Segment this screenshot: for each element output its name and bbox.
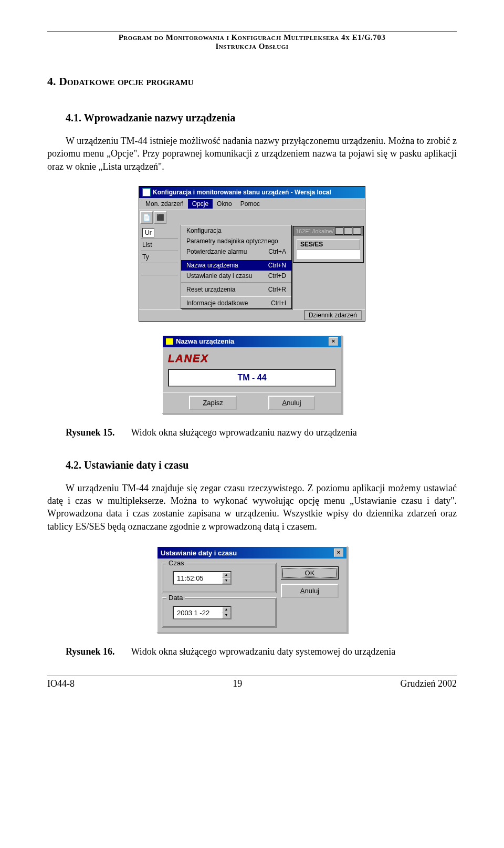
- close-icon[interactable]: ×: [329, 337, 338, 346]
- toolbar-btn-1[interactable]: 📄: [140, 211, 153, 224]
- device-name-input[interactable]: [168, 369, 336, 387]
- left-ty: Ty: [141, 251, 178, 263]
- caption2-text: Widok okna służącego wprowadzaniu daty s…: [131, 646, 396, 657]
- left-blank: [141, 263, 178, 275]
- footer-center: 19: [233, 678, 242, 689]
- sub2-para: W urządzeniu TM-44 znajduje się zegar cz…: [47, 482, 457, 533]
- header-line2: Instrukcja Obsługi: [47, 42, 457, 51]
- max-icon[interactable]: [344, 227, 352, 235]
- left-list: List: [141, 239, 178, 251]
- group-czas: Czas: [166, 559, 186, 567]
- dd-nazwa[interactable]: Nazwa urządzeniaCtrl+N: [181, 260, 291, 271]
- header-line1: Program do Monitorowania i Konfiguracji …: [47, 33, 457, 42]
- section-title: 4. Dodatkowe opcje programu: [47, 75, 457, 88]
- menu-opcje[interactable]: Opcje: [188, 199, 213, 209]
- dialog-icon: [166, 338, 173, 345]
- date-input[interactable]: ▲▼: [173, 606, 232, 619]
- dd-info[interactable]: Informacje dodatkoweCtrl+I: [181, 298, 291, 308]
- dd-reset[interactable]: Reset urządzeniaCtrl+R: [181, 284, 291, 295]
- dd-ustawianie[interactable]: Ustawianie daty i czasuCtrl+D: [181, 271, 291, 281]
- dialog-title: Ustawianie daty i czasu: [161, 549, 237, 557]
- spin-up[interactable]: ▲: [222, 572, 230, 578]
- dialog-title: Nazwa urządzenia: [176, 337, 234, 345]
- inner-title: 162E] /lokalne/: [296, 228, 334, 234]
- menu-pomoc[interactable]: Pomoc: [236, 199, 264, 209]
- opcje-dropdown: Konfiguracja Parametry nadajnika optyczn…: [181, 225, 292, 309]
- menu-okno[interactable]: Okno: [213, 199, 236, 209]
- dd-konfiguracja[interactable]: Konfiguracja: [181, 225, 291, 236]
- status-bar: Dziennik zdarzeń: [304, 311, 362, 320]
- fig1-title-bar: Konfiguracja i monitorowanie stanu urząd…: [139, 187, 365, 198]
- save-button[interactable]: Zapisz: [189, 396, 236, 410]
- cancel-button[interactable]: Anuluj: [281, 584, 339, 598]
- toolbar: 📄 ⬛: [139, 210, 365, 225]
- sub1-title: 4.1. Wprowadzanie nazwy urządzenia: [66, 112, 457, 124]
- footer-right: Grudzień 2002: [401, 678, 457, 689]
- caption2-label: Rysunek 16.: [66, 646, 114, 657]
- fig1-window: Konfiguracja i monitorowanie stanu urząd…: [139, 186, 365, 322]
- left-panel: Ur List Ty: [139, 225, 181, 309]
- spin-up[interactable]: ▲: [222, 607, 230, 613]
- time-field[interactable]: [174, 572, 222, 584]
- app-icon: [142, 188, 151, 197]
- group-data: Data: [166, 594, 185, 602]
- spin-down[interactable]: ▼: [222, 578, 230, 584]
- menubar: Mon. zdarzeń Opcje Okno Pomoc: [139, 198, 365, 210]
- left-ur: Ur: [141, 227, 178, 239]
- caption1-label: Rysunek 15.: [66, 427, 114, 438]
- cancel-button[interactable]: Anuluj: [268, 396, 314, 410]
- lanex-logo: LANEX: [168, 353, 336, 365]
- time-input[interactable]: ▲▼: [173, 571, 232, 585]
- fig3-dialog: Ustawianie daty i czasu × Czas ▲▼: [156, 546, 348, 633]
- caption1-text: Widok okna służącego wprowadzaniu nazwy …: [131, 427, 357, 438]
- toolbar-btn-2[interactable]: ⬛: [154, 211, 166, 224]
- ok-button[interactable]: OK: [281, 566, 339, 580]
- table-empty-row: [297, 250, 360, 259]
- close-icon[interactable]: ×: [334, 549, 343, 557]
- date-field[interactable]: [174, 607, 222, 618]
- min-icon[interactable]: [335, 227, 343, 235]
- spin-down[interactable]: ▼: [222, 613, 230, 618]
- ses-es-header: SES/ES: [297, 239, 360, 250]
- dd-potwierdzanie[interactable]: Potwierdzanie alarmuCtrl+A: [181, 246, 291, 257]
- fig2-dialog: Nazwa urządzenia × LANEX Zapisz Anuluj: [162, 335, 342, 414]
- inner-window: 162E] /lokalne/ SES/ES: [293, 226, 364, 263]
- sub2-title: 4.2. Ustawianie daty i czasu: [66, 459, 457, 471]
- window-title: Konfiguracja i monitorowanie stanu urząd…: [153, 189, 331, 196]
- close-icon[interactable]: [353, 227, 361, 235]
- footer-left: IO44-8: [47, 678, 75, 689]
- sub1-para: W urządzeniu TM-44 istnieje możliwość na…: [47, 135, 457, 173]
- dd-parametry[interactable]: Parametry nadajnika optycznego: [181, 236, 291, 246]
- menu-mon[interactable]: Mon. zdarzeń: [141, 199, 188, 209]
